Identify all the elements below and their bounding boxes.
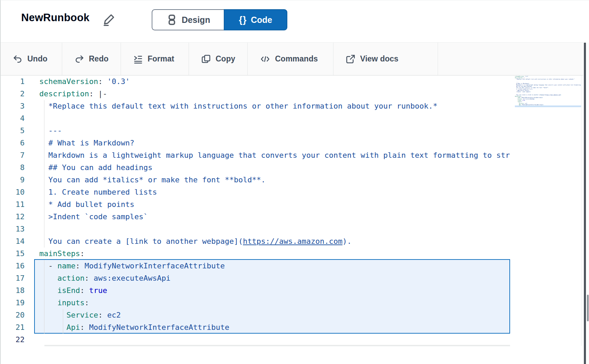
token-str: You can add *italics* or make the font *… (515, 87, 549, 88)
token-str: ModifyNetworkInterfaceAttribute (84, 323, 229, 332)
code-line[interactable]: Service: ec2 (39, 309, 510, 321)
code-line[interactable]: 1. Create numbered lists (39, 186, 510, 198)
indent-guide (44, 223, 44, 235)
token-key: name (518, 97, 520, 98)
code-line[interactable]: You can create a [link to another webpag… (39, 235, 510, 248)
indent-guide (44, 284, 44, 297)
code-line[interactable]: You can add *italics* or make the font *… (39, 174, 510, 186)
commands-icon (260, 54, 270, 64)
token-punct: : (80, 249, 84, 258)
token-link: https://aws.amazon.com (545, 94, 560, 95)
runbook-editor-page: NewRunbook Design {} Code (0, 0, 589, 364)
code-line[interactable]: Markdown is a lightweight markup languag… (39, 149, 510, 162)
code-line[interactable]: description: |- (39, 88, 510, 100)
code-line[interactable]: isEnd: true (39, 284, 510, 297)
token-str: ). (560, 94, 562, 95)
token-str: aws:executeAwsApi (89, 274, 170, 282)
token-str: # What is Markdown? (515, 83, 529, 84)
page-scrollbar-thumb[interactable] (587, 295, 589, 321)
page-title: NewRunbook (21, 12, 90, 24)
token-str: --- (39, 126, 62, 135)
line-number: 18 (1, 284, 34, 297)
token-str: ec2 (102, 311, 121, 319)
token-key: action (515, 99, 522, 100)
commands-label: Commands (275, 54, 318, 64)
token-str: Markdown is a lightweight markup languag… (515, 84, 581, 85)
external-link-icon (346, 54, 355, 64)
token-punct: : |- (89, 89, 107, 98)
token-str: ModifyNetworkInterfaceAttribute (521, 97, 543, 98)
code-line[interactable]: - name: ModifyNetworkInterfaceAttribute (39, 260, 510, 272)
design-tab[interactable]: Design (152, 9, 224, 30)
pencil-icon (102, 12, 116, 26)
minimap[interactable]: schemaVersion: '0.3'description: |- *Rep… (514, 75, 581, 346)
page-scrollbar-track[interactable] (586, 43, 589, 364)
code-editor[interactable]: 12345678910111213141516171819202122 sche… (1, 75, 583, 346)
view-docs-label: View docs (360, 54, 398, 64)
token-str: ). (342, 237, 352, 246)
code-line[interactable] (39, 334, 510, 346)
indent-guide (44, 321, 44, 334)
code-line[interactable]: * Add bullet points (39, 198, 510, 211)
token-punct: : (522, 101, 522, 102)
token-str: '0.3' (524, 76, 529, 77)
token-punct: : (76, 262, 80, 270)
token-punct: : (98, 77, 102, 86)
code-line[interactable]: # What is Markdown? (39, 137, 510, 149)
code-line[interactable]: mainSteps: (39, 248, 510, 260)
code-line[interactable]: --- (39, 125, 510, 137)
view-docs-button[interactable]: View docs (333, 43, 438, 75)
format-icon (133, 54, 143, 64)
indent-guide (44, 137, 44, 149)
code-line[interactable]: *Replace this default text with instruct… (39, 100, 510, 112)
token-key: name (57, 262, 76, 270)
code-line[interactable]: Api: ModifyNetworkInterfaceAttribute (39, 321, 510, 334)
indent-guide (44, 260, 44, 272)
token-punct: : (521, 96, 522, 97)
undo-button[interactable]: Undo (1, 43, 62, 75)
token-punct: : (84, 298, 89, 307)
token-str: Markdown is a lightweight markup languag… (39, 151, 510, 159)
token-bool: true (522, 100, 525, 101)
indent-guide (44, 198, 44, 211)
code-line[interactable]: inputs: (39, 297, 510, 309)
token-key: inputs (515, 101, 522, 102)
token-str: >Indent `code samples` (515, 92, 531, 93)
token-punct: : (80, 286, 84, 295)
code-tab-label: Code (251, 15, 272, 25)
indent-guide (44, 112, 44, 125)
token-str: ModifyNetworkInterfaceAttribute (522, 104, 544, 105)
code-line[interactable]: ## You can add headings (39, 162, 510, 174)
line-number: 19 (1, 297, 34, 309)
token-str: You can create a [link to another webpag… (515, 94, 545, 95)
line-number: 22 (1, 334, 34, 346)
format-button[interactable]: Format (121, 43, 189, 75)
code-line[interactable]: action: aws:executeAwsApi (39, 272, 510, 284)
code-tab[interactable]: {} Code (224, 9, 287, 30)
minimap-content: schemaVersion: '0.3'description: |- *Rep… (515, 76, 581, 107)
token-str: You can add *italics* or make the font *… (39, 176, 265, 184)
token-str: >Indent `code samples` (39, 212, 148, 221)
indent-guide (44, 309, 44, 321)
commands-button[interactable]: Commands (248, 43, 333, 75)
code-line[interactable] (39, 223, 510, 235)
code-line[interactable]: schemaVersion: '0.3' (39, 75, 510, 88)
code-content[interactable]: schemaVersion: '0.3'description: |- *Rep… (34, 75, 510, 346)
token-punct: : (98, 311, 102, 319)
indent-guide (44, 162, 44, 174)
token-punct: - (515, 97, 518, 98)
code-line[interactable] (39, 112, 510, 125)
redo-button[interactable]: Redo (62, 43, 121, 75)
redo-icon (74, 54, 84, 64)
token-key: inputs (39, 298, 84, 307)
editor-toolbar: Undo Redo Format Copy (1, 42, 583, 75)
token-punct: : (84, 274, 89, 282)
copy-button[interactable]: Copy (189, 43, 248, 75)
token-key: Service (39, 311, 98, 319)
edit-title-button[interactable] (102, 12, 117, 27)
token-str: * Add bullet points (39, 200, 134, 209)
token-punct: : (80, 323, 84, 332)
code-line (515, 106, 581, 107)
code-line[interactable]: >Indent `code samples` (39, 211, 510, 223)
token-key: isEnd (39, 286, 80, 295)
